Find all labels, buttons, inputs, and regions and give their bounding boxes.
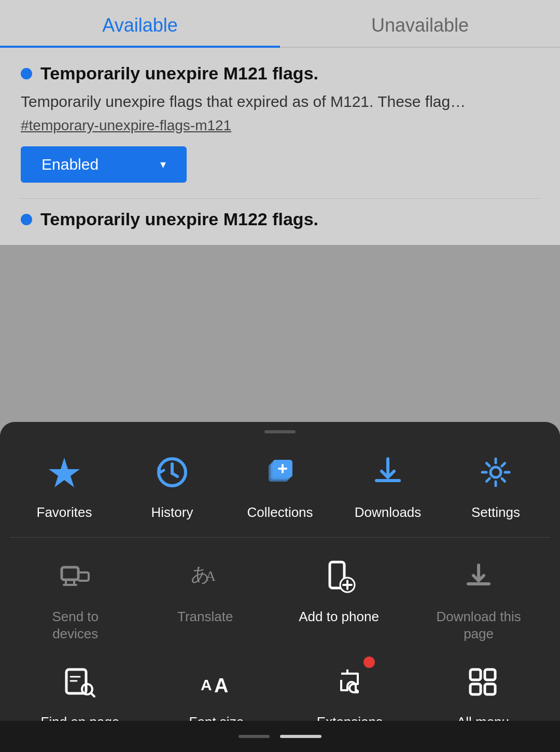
svg-rect-7 [62, 567, 78, 580]
svg-rect-9 [78, 572, 89, 581]
flag-dot-1 [21, 68, 32, 79]
download-page-icon [455, 553, 502, 600]
download-page-button[interactable]: Download thispage [436, 553, 521, 644]
nav-pill-2 [280, 735, 321, 738]
history-icon [149, 449, 195, 496]
favorites-label: Favorites [37, 504, 92, 522]
favorites-button[interactable]: Favorites [28, 449, 101, 522]
send-devices-label: Send todevices [52, 608, 99, 644]
flag-item-1: Temporarily unexpire M121 flags. Tempora… [21, 63, 539, 183]
send-devices-icon [52, 553, 99, 600]
svg-rect-24 [485, 669, 495, 680]
bottom-sheet: Favorites History [0, 422, 560, 752]
svg-text:A: A [201, 676, 212, 693]
send-devices-button[interactable]: Send todevices [39, 553, 111, 644]
page-content: Available Unavailable Temporarily unexpi… [0, 0, 560, 245]
nav-bar [0, 721, 560, 752]
svg-text:A: A [214, 675, 228, 696]
tabs-container: Available Unavailable [0, 0, 560, 48]
translate-label: Translate [177, 608, 233, 626]
flags-list: Temporarily unexpire M121 flags. Tempora… [0, 48, 560, 245]
extensions-badge [363, 657, 375, 668]
downloads-button[interactable]: Downloads [352, 449, 424, 522]
star-icon [41, 449, 88, 496]
add-phone-button[interactable]: Add to phone [299, 553, 379, 644]
tab-available[interactable]: Available [0, 0, 280, 47]
collections-button[interactable]: Collections [244, 449, 316, 522]
find-on-page-icon [57, 659, 103, 705]
translate-icon: あ A [182, 553, 229, 600]
top-icons-row: Favorites History [0, 449, 560, 537]
history-button[interactable]: History [136, 449, 208, 522]
add-phone-icon [316, 553, 362, 600]
svg-text:A: A [205, 568, 216, 584]
nav-pill-1 [239, 735, 270, 738]
add-phone-label: Add to phone [299, 608, 379, 626]
collections-label: Collections [247, 504, 313, 522]
downloads-icon [365, 449, 411, 496]
tab-unavailable[interactable]: Unavailable [280, 0, 560, 47]
font-size-icon: A A [193, 659, 240, 705]
settings-icon [472, 449, 519, 496]
flag-desc-1: Temporarily unexpire flags that expired … [21, 90, 539, 113]
translate-button[interactable]: あ A Translate [169, 553, 242, 644]
select-arrow-icon: ▾ [160, 158, 166, 171]
flag-link-1[interactable]: #temporary-unexpire-flags-m121 [21, 117, 539, 134]
flag-enabled-select[interactable]: Enabled ▾ [21, 146, 187, 183]
svg-rect-23 [470, 669, 481, 680]
svg-point-6 [491, 467, 501, 477]
collections-icon [257, 449, 303, 496]
svg-line-18 [91, 693, 94, 696]
all-menu-icon [459, 659, 506, 705]
settings-label: Settings [471, 504, 520, 522]
download-page-label: Download thispage [436, 608, 521, 644]
flag-title-2: Temporarily unexpire M122 flags. [21, 209, 539, 229]
flag-dot-2 [21, 214, 32, 225]
middle-icons-row: Send todevices あ A Translate Add to ph [0, 553, 560, 659]
settings-button[interactable]: Settings [459, 449, 532, 522]
svg-rect-25 [470, 684, 481, 694]
downloads-label: Downloads [355, 504, 422, 522]
divider [21, 198, 539, 199]
history-label: History [151, 504, 193, 522]
separator-1 [10, 537, 550, 538]
extensions-icon [326, 659, 373, 705]
flag-title-1: Temporarily unexpire M121 flags. [21, 63, 539, 84]
svg-rect-26 [485, 684, 495, 694]
drag-handle[interactable] [264, 430, 296, 433]
